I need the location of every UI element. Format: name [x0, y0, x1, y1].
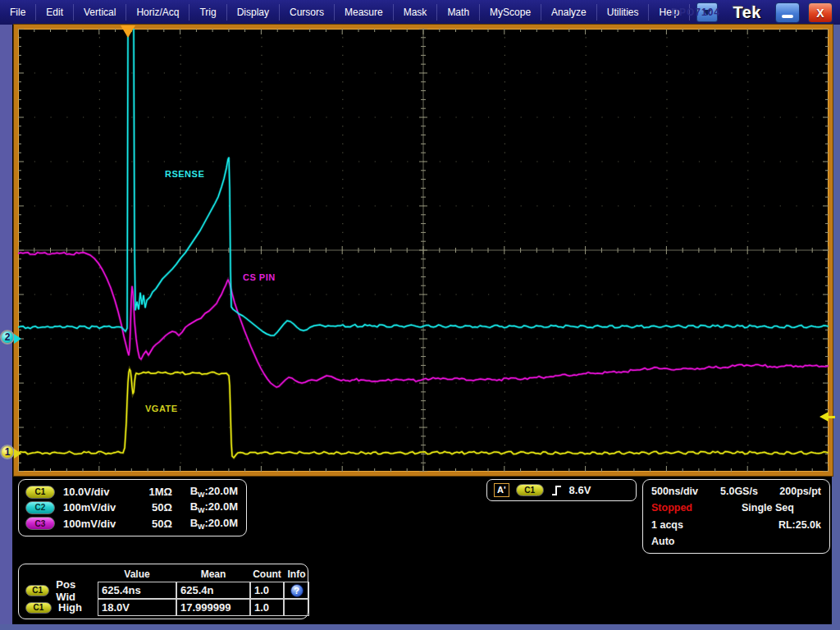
channel1-reference-marker[interactable]: 1: [0, 445, 15, 459]
trigger-channel-badge[interactable]: C1: [516, 484, 544, 496]
trigger-source-badge[interactable]: A': [494, 483, 509, 497]
menu-separator: [393, 4, 394, 21]
tek-logo: Tek: [733, 3, 761, 22]
channel2-scale: 100mV/div: [63, 501, 135, 514]
channel3-impedance: 50Ω: [135, 518, 172, 530]
channel3-bandwidth: BW:20.0M: [172, 517, 238, 531]
measurement-table: Value Mean Count Info C1 Pos Wid 625.4ns…: [22, 566, 304, 616]
trigger-level-tail: [828, 416, 835, 418]
trace-label-rsense: RSENSE: [165, 169, 204, 179]
acquisition-panel: 500ns/div 5.0GS/s 200ps/pt Stopped Singl…: [642, 479, 830, 554]
menu-separator: [279, 4, 280, 21]
close-icon: X: [816, 7, 824, 20]
acq-row-count: 1 acqs RL:25.0k: [651, 519, 821, 531]
timebase-value: 500ns/div: [651, 486, 720, 497]
menu-item-myscope[interactable]: MyScope: [480, 0, 541, 25]
menu-separator: [596, 4, 597, 21]
minimize-icon: [782, 15, 793, 18]
channel-row-c1: C1 10.0V/div 1MΩ BW:20.0M: [25, 485, 238, 499]
menu-item-trig[interactable]: Trig: [189, 0, 226, 25]
channel2-impedance: 50Ω: [135, 501, 172, 514]
channel1-impedance: 1MΩ: [135, 486, 172, 498]
trigger-level-value: 8.6V: [569, 484, 591, 496]
minimize-button[interactable]: [775, 2, 800, 23]
acq-row-state: Stopped Single Seq: [651, 502, 821, 514]
waveform-display: RSENSE CS PIN VGATE: [18, 29, 829, 472]
channel1-reference-arrow-icon: [14, 449, 21, 459]
menu-separator: [226, 4, 227, 21]
menu-separator: [334, 4, 335, 21]
acquisition-mode: Single Seq: [742, 502, 794, 514]
menu-separator: [35, 4, 36, 21]
menu-separator: [73, 4, 74, 21]
channel2-reference-marker[interactable]: 2: [0, 330, 15, 345]
info-icon[interactable]: ?: [290, 584, 304, 597]
right-frame-strip: [832, 25, 840, 630]
channel-row-c2: C2 100mV/div 50Ω BW:20.0M: [25, 500, 238, 514]
bottom-frame-strip: [0, 624, 840, 630]
menu-separator: [648, 4, 649, 21]
trace-label-vgate: VGATE: [145, 404, 178, 413]
rising-edge-icon: [550, 484, 563, 497]
acquisition-count: 1 acqs: [651, 519, 778, 531]
trigger-position-marker[interactable]: [121, 25, 135, 38]
measurement-count-cell: 1.0: [250, 582, 284, 599]
menu-separator: [126, 4, 126, 21]
channel1-scale: 10.0V/div: [63, 486, 135, 498]
measurement-count-cell: 1.0: [250, 599, 284, 616]
acq-row-timebase: 500ns/div 5.0GS/s 200ps/pt: [651, 486, 821, 497]
channel-settings-panel: C1 10.0V/div 1MΩ BW:20.0M C2 100mV/div 5…: [18, 479, 247, 536]
measurement-row-name: C1 Pos Wid: [22, 582, 98, 599]
close-button[interactable]: X: [808, 2, 833, 23]
channel1-badge[interactable]: C1: [25, 486, 55, 499]
channel3-scale: 100mV/div: [63, 518, 135, 530]
measurement-header-info: Info: [284, 566, 309, 582]
trigger-mode: Auto: [651, 536, 674, 547]
menu-item-mask[interactable]: Mask: [394, 0, 437, 25]
menu-separator: [541, 4, 541, 21]
channel2-bandwidth: BW:20.0M: [172, 500, 238, 514]
menu-item-vertical[interactable]: Vertical: [74, 0, 126, 25]
model-label: DPO7104: [671, 7, 720, 18]
menu-item-math[interactable]: Math: [437, 0, 479, 25]
sample-resolution: 200ps/pt: [779, 486, 821, 497]
channel-row-c3: C3 100mV/div 50Ω BW:20.0M: [25, 517, 238, 531]
measurement-header-value: Value: [98, 566, 176, 582]
measurement-mean-cell: 625.4n: [176, 582, 250, 599]
acquisition-state: Stopped: [651, 502, 742, 514]
graticule: [18, 29, 829, 472]
menu-item-analyze[interactable]: Analyze: [541, 0, 596, 25]
menu-separator: [479, 4, 480, 21]
measurement-header-count: Count: [250, 566, 284, 582]
channel1-bandwidth: BW:20.0M: [172, 485, 238, 499]
left-frame-strip: [0, 25, 12, 630]
menu-item-cursors[interactable]: Cursors: [280, 0, 334, 25]
sample-rate: 5.0GS/s: [720, 486, 779, 497]
menu-item-edit[interactable]: Edit: [36, 0, 73, 25]
measurement-channel-badge[interactable]: C1: [25, 602, 52, 614]
menu-item-measure[interactable]: Measure: [335, 0, 393, 25]
measurement-mean-cell: 17.999999: [176, 599, 250, 616]
menu-item-file[interactable]: File: [0, 0, 35, 25]
measurement-header-mean: Mean: [176, 566, 250, 582]
oscilloscope-app: { "window": { "brand": "Tek", "model": "…: [0, 0, 840, 630]
channel2-badge[interactable]: C2: [25, 501, 55, 514]
measurement-info-cell-empty: [284, 599, 309, 616]
channel2-reference-arrow-icon: [14, 334, 21, 344]
trace-label-cspin: CS PIN: [243, 272, 276, 282]
channel3-badge[interactable]: C3: [25, 517, 55, 530]
menu-item-display[interactable]: Display: [227, 0, 279, 25]
acq-row-trigmode: Auto: [651, 536, 821, 547]
measurement-value-cell: 18.0V: [98, 599, 176, 616]
menu-bar: File Edit Vertical Horiz/Acq Trig Displa…: [0, 0, 840, 25]
menu-separator: [189, 4, 189, 21]
measurement-value-cell: 625.4ns: [98, 582, 176, 599]
record-length: RL:25.0k: [778, 519, 821, 531]
measurement-info-cell: ?: [284, 582, 309, 599]
menu-item-horiz-acq[interactable]: Horiz/Acq: [126, 0, 189, 25]
measurement-name: High: [58, 601, 82, 614]
menu-item-utilities[interactable]: Utilities: [597, 0, 649, 25]
measurement-channel-badge[interactable]: C1: [25, 585, 49, 596]
measurement-panel: Value Mean Count Info C1 Pos Wid 625.4ns…: [18, 564, 308, 619]
trigger-readout-panel: A' C1 8.6V: [486, 479, 637, 501]
